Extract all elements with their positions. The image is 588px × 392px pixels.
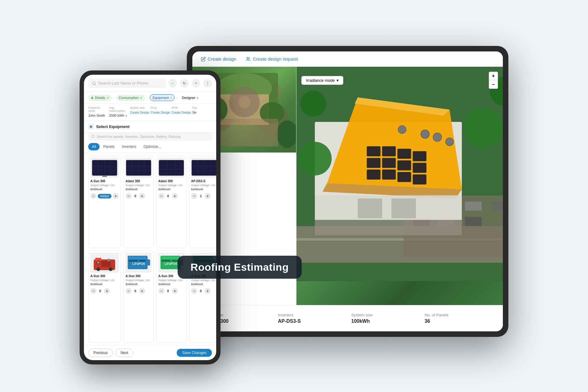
qty-plus-4[interactable]: + bbox=[104, 288, 110, 294]
steps-bar: Details ✓ › Consumption ✓ › Equipment ○ … bbox=[84, 92, 216, 104]
svg-rect-32 bbox=[398, 160, 411, 170]
svg-point-40 bbox=[446, 138, 454, 146]
svg-rect-37 bbox=[413, 175, 426, 184]
svg-point-0 bbox=[247, 57, 249, 59]
product-card-3: AP-DS3-S Output Voltage: 12v $100/unit −… bbox=[189, 156, 216, 248]
qty-plus-5[interactable]: + bbox=[139, 288, 145, 294]
dropdown-icon[interactable]: ▾ bbox=[126, 114, 127, 117]
qty-plus-7[interactable]: + bbox=[205, 288, 211, 294]
previous-button[interactable]: Previous bbox=[88, 349, 113, 357]
circle-icon: ○ bbox=[170, 96, 172, 100]
add-button[interactable]: + bbox=[192, 79, 200, 88]
qty-minus-2[interactable]: − bbox=[158, 193, 164, 199]
svg-rect-33 bbox=[413, 163, 426, 173]
qty-minus-6[interactable]: − bbox=[158, 288, 164, 294]
product-controls-0: − Added + bbox=[90, 193, 119, 199]
svg-rect-43 bbox=[358, 198, 382, 218]
qty-minus-7[interactable]: − bbox=[191, 288, 197, 294]
product-controls-6: − 0 + bbox=[158, 288, 178, 294]
phone-device: Search Last Name or Phone ← ↻ + ⋮ Detail… bbox=[80, 70, 221, 364]
svg-rect-34 bbox=[367, 170, 380, 179]
qty-value-1: 0 bbox=[133, 194, 138, 198]
pencil-icon bbox=[201, 57, 206, 62]
tab-optimizer[interactable]: Optimize... bbox=[140, 143, 165, 150]
generator-icon bbox=[92, 253, 117, 272]
svg-point-50 bbox=[92, 81, 95, 84]
save-changes-button[interactable]: Save Changes bbox=[177, 349, 212, 357]
product-card-1: Adani 300 Output Voltage: 12v $100/unit … bbox=[123, 156, 154, 248]
product-name-4: A-Sun 300 bbox=[90, 274, 105, 278]
inverters-value: AP-DS3-S bbox=[278, 318, 301, 324]
step-designer[interactable]: Designer ○ bbox=[179, 95, 201, 101]
qty-value-4: 0 bbox=[98, 289, 103, 293]
create-design-request-link[interactable]: Create design request bbox=[246, 56, 298, 62]
svg-rect-90 bbox=[129, 260, 138, 262]
qty-minus-4[interactable]: − bbox=[90, 288, 96, 294]
map-svg bbox=[296, 67, 503, 305]
equip-search-icon bbox=[91, 135, 95, 138]
step-equipment[interactable]: Equipment ○ bbox=[150, 94, 175, 101]
svg-rect-44 bbox=[391, 198, 416, 218]
svg-point-81 bbox=[109, 267, 112, 271]
svg-rect-26 bbox=[367, 146, 380, 156]
svg-point-39 bbox=[433, 133, 442, 141]
svg-rect-18 bbox=[492, 202, 503, 211]
svg-rect-35 bbox=[382, 170, 396, 179]
qty-minus-1[interactable]: − bbox=[126, 193, 132, 199]
solar-panel-icon-2 bbox=[158, 159, 184, 177]
circle-icon-2: ○ bbox=[197, 96, 199, 100]
search-placeholder: Search Last Name or Phone bbox=[98, 81, 148, 85]
search-input-wrapper[interactable]: Search Last Name or Phone bbox=[88, 78, 166, 88]
search-icon bbox=[92, 81, 96, 85]
product-price-7: $100/unit bbox=[191, 283, 203, 286]
zoom-in-button[interactable]: + bbox=[489, 72, 498, 80]
irradiance-mode-button[interactable]: Irradiance mode ▾ bbox=[301, 76, 343, 85]
system-size-info: System size 100kWh bbox=[351, 313, 417, 324]
check-icon-2: ✓ bbox=[140, 96, 143, 100]
qty-minus-3[interactable]: − bbox=[191, 193, 197, 199]
equipment-header: ⊞ Select Equipment bbox=[84, 121, 216, 133]
svg-rect-29 bbox=[413, 151, 426, 161]
product-controls-5: − 0 + bbox=[126, 288, 145, 294]
users-icon bbox=[246, 57, 251, 62]
qty-plus-2[interactable]: + bbox=[172, 193, 178, 199]
solar-panel-icon-3 bbox=[191, 159, 216, 177]
step-details[interactable]: Details ✓ bbox=[88, 95, 112, 101]
qty-plus-1[interactable]: + bbox=[139, 193, 145, 199]
qty-plus-0[interactable]: + bbox=[113, 193, 119, 199]
phone-search-bar: Search Last Name or Phone ← ↻ + ⋮ bbox=[84, 75, 216, 92]
specs-grid: Panel type A-Sun 300 Inverters AP-DS3-S … bbox=[205, 313, 491, 324]
qty-plus-3[interactable]: + bbox=[205, 193, 211, 199]
tab-inverters[interactable]: Inverters bbox=[118, 143, 140, 150]
step-consumption[interactable]: Consumption ✓ bbox=[116, 95, 145, 101]
svg-rect-91 bbox=[139, 260, 146, 262]
product-card-5: LiFePO4 A-Sun 300 Output Voltage: 12v $1… bbox=[123, 251, 154, 343]
qty-minus-0[interactable]: − bbox=[90, 193, 96, 199]
svg-point-80 bbox=[96, 267, 100, 271]
next-button[interactable]: Next bbox=[115, 349, 134, 357]
person-icon bbox=[91, 96, 94, 99]
inverters-info: Inverters AP-DS3-S bbox=[278, 313, 344, 324]
svg-rect-28 bbox=[398, 149, 411, 159]
svg-point-85 bbox=[97, 261, 100, 264]
qty-plus-6[interactable]: + bbox=[172, 288, 178, 294]
product-thumb-3 bbox=[191, 158, 216, 178]
more-button[interactable]: ⋮ bbox=[203, 79, 212, 88]
back-button[interactable]: ← bbox=[168, 79, 177, 88]
refresh-button[interactable]: ↻ bbox=[180, 79, 189, 88]
svg-rect-87 bbox=[148, 259, 150, 266]
qty-value-7: 0 bbox=[198, 289, 203, 293]
customer-info-row: Customer name John Smith Avg. Consumptio… bbox=[84, 104, 216, 121]
create-design-link[interactable]: Create design bbox=[201, 56, 236, 62]
equipment-search[interactable]: Search for panels, Inverters, Optimizer,… bbox=[88, 133, 212, 141]
svg-rect-42 bbox=[315, 195, 462, 220]
tab-all[interactable]: All bbox=[88, 143, 100, 150]
svg-point-7 bbox=[277, 120, 296, 148]
zoom-out-button[interactable]: − bbox=[489, 80, 498, 89]
svg-text:LiFePO4: LiFePO4 bbox=[164, 262, 177, 266]
product-controls-4: − 0 + bbox=[90, 288, 110, 294]
qty-minus-5[interactable]: − bbox=[126, 288, 132, 294]
step-arrow-3: › bbox=[176, 96, 177, 100]
product-spec-7: Output Voltage: 12v bbox=[191, 279, 215, 282]
tab-panels[interactable]: Panels bbox=[100, 143, 118, 150]
